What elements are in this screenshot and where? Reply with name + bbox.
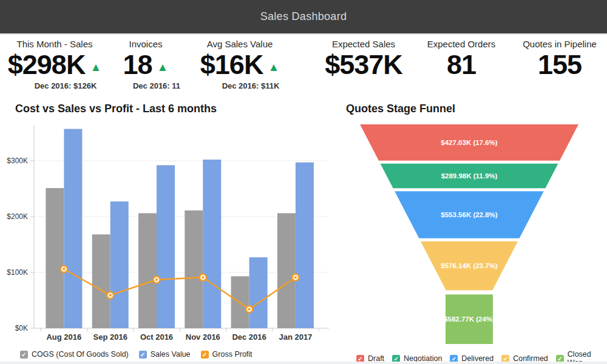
x-axis-label: Oct 2016 xyxy=(140,332,173,342)
kpi-label: Avg Sales Value xyxy=(207,39,273,49)
legend-checkbox-icon[interactable]: ✓ xyxy=(201,351,209,359)
y-axis-label: $200K xyxy=(7,212,28,221)
funnel-stage-label: $576.14K (23.7%) xyxy=(441,262,498,269)
kpi-value: 18 xyxy=(123,51,152,79)
kpi-label: Quotes in Pipeline xyxy=(523,39,597,49)
legend-label: Sales Value xyxy=(151,350,191,359)
sales-bar[interactable] xyxy=(203,160,221,328)
trend-up-icon: ▲ xyxy=(157,61,169,73)
legend-checkbox-icon[interactable]: ✓ xyxy=(139,351,147,359)
kpi-value: 155 xyxy=(538,51,582,79)
sales-bar[interactable] xyxy=(157,165,175,328)
kpi-comparison: Dec 2016: $126K xyxy=(35,81,97,90)
kpi-this-month-sales: This Month - Sales $298K ▲ Dec 2016: $12… xyxy=(8,39,101,90)
kpi-value: $298K xyxy=(8,51,86,79)
funnel-chart-title: Quotes Stage Funnel xyxy=(346,103,455,115)
sales-dashboard: Sales Dashboard This Month - Sales $298K… xyxy=(0,0,607,364)
cogs-bar[interactable] xyxy=(185,211,203,328)
funnel-stage-label: $582.77K (24%) xyxy=(444,315,495,323)
sales-bar[interactable] xyxy=(296,163,314,328)
trend-up-icon: ▲ xyxy=(268,61,279,73)
y-axis-label: $300K xyxy=(7,157,28,165)
sales-bar[interactable] xyxy=(249,257,268,328)
kpi-comparison: Dec 2016: $11K xyxy=(222,81,280,90)
gross-profit-point-dot xyxy=(248,308,251,311)
legend-label: Gross Profit xyxy=(212,350,253,359)
cogs-bar[interactable] xyxy=(46,188,64,328)
legend-label: COGS (Cost Of Goods Sold) xyxy=(32,350,129,359)
cogs-bar[interactable] xyxy=(277,213,296,328)
x-axis-label: Dec 2016 xyxy=(232,332,266,342)
bar-chart-legend: ✓COGS (Cost Of Goods Sold)✓Sales Value✓G… xyxy=(20,350,253,359)
kpi-quotes-in-pipeline: Quotes in Pipeline 155 ▲ xyxy=(523,39,597,79)
gross-profit-point-dot xyxy=(202,276,204,278)
x-axis-label: Jan 2017 xyxy=(279,332,312,342)
kpi-avg-sales-value: Avg Sales Value $16K ▲ Dec 2016: $11K xyxy=(200,39,279,90)
gross-profit-point-dot xyxy=(109,294,112,297)
kpi-label: Invoices xyxy=(129,39,162,49)
quotes-stage-funnel-chart: $427.03K (17.6%)$289.98K (11.9%)$553.56K… xyxy=(343,119,607,348)
kpi-label: Expected Sales xyxy=(332,39,395,49)
kpi-label: Expected Orders xyxy=(427,39,496,49)
gross-profit-point-dot xyxy=(294,276,297,278)
kpi-comparison: Dec 2016: 11 xyxy=(133,81,180,90)
trend-up-icon: ▲ xyxy=(90,61,101,73)
cogs-bar[interactable] xyxy=(92,234,110,328)
cogs-bar[interactable] xyxy=(138,213,157,328)
legend-item-sales-value[interactable]: ✓Sales Value xyxy=(139,350,191,359)
funnel-stage-label: $289.98K (11.9%) xyxy=(441,172,498,180)
sales-bar[interactable] xyxy=(110,201,129,328)
page-title: Sales Dashboard xyxy=(260,10,347,23)
app-header: Sales Dashboard xyxy=(0,0,607,35)
kpi-expected-orders: Expected Orders 81 ▲ xyxy=(427,39,496,79)
y-axis-label: $100K xyxy=(7,268,28,277)
kpi-value: 81 xyxy=(447,51,476,79)
next-section-edge xyxy=(0,362,607,364)
kpi-expected-sales: Expected Sales $537K ▲ xyxy=(325,39,402,79)
legend-item-cogs-cost-of-goods-sold-[interactable]: ✓COGS (Cost Of Goods Sold) xyxy=(20,350,129,359)
legend-checkbox-icon[interactable]: ✓ xyxy=(20,351,28,359)
funnel-stage-label: $553.56K (22.8%) xyxy=(441,211,498,218)
kpi-value: $16K xyxy=(200,51,263,79)
funnel-stage-label: $427.03K (17.6%) xyxy=(441,139,498,146)
x-axis-label: Sep 2016 xyxy=(93,332,127,342)
legend-item-gross-profit[interactable]: ✓Gross Profit xyxy=(201,350,253,359)
sales-bar[interactable] xyxy=(64,129,82,328)
gross-profit-point-dot xyxy=(155,278,158,281)
gross-profit-point-dot xyxy=(63,268,65,270)
x-axis-label: Nov 2016 xyxy=(186,332,220,342)
kpi-invoices: Invoices 18 ▲ Dec 2016: 11 xyxy=(122,39,169,90)
bar-chart-title: Cost vs Sales vs Profit - Last 6 months xyxy=(15,103,217,115)
x-axis-label: Aug 2016 xyxy=(46,332,81,342)
kpi-label: This Month - Sales xyxy=(16,39,92,49)
cost-sales-profit-chart: $0K$100K$200K$300KAug 2016Sep 2016Oct 20… xyxy=(0,120,340,349)
kpi-value: $537K xyxy=(325,51,402,79)
y-axis-label: $0K xyxy=(15,324,28,332)
